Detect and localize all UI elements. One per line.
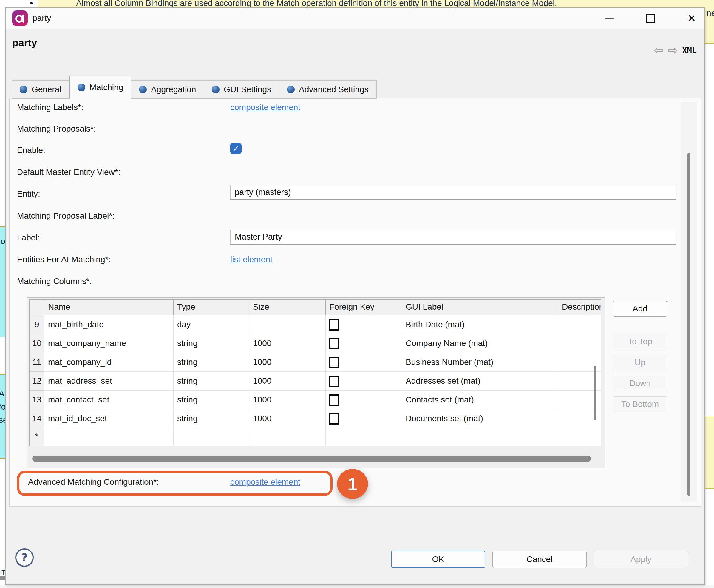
background-note-bar: • Almost all Column Bindings are used ac… <box>0 0 714 8</box>
window-title: party <box>33 8 51 29</box>
cancel-button[interactable]: Cancel <box>492 551 587 568</box>
background-cyan-fragment-2: A fo se <box>0 374 5 459</box>
add-button[interactable]: Add <box>613 301 667 316</box>
page-title: party <box>12 37 37 49</box>
apply-button[interactable]: Apply <box>594 551 688 568</box>
entities-for-ai-matching-link[interactable]: list element <box>230 255 273 264</box>
sphere-icon <box>212 86 219 93</box>
foreign-key-checkbox[interactable] <box>329 357 339 368</box>
table-row[interactable]: 13 mat_contact_set string 1000 Contacts … <box>29 391 601 409</box>
cyan-fragment-line: A <box>0 387 5 400</box>
tab-advanced-settings[interactable]: Advanced Settings <box>279 80 377 99</box>
matching-tab-panel: Matching Labels*: composite element Matc… <box>9 98 701 507</box>
cell-gui-label: Company Name (mat) <box>402 334 558 353</box>
maximize-button[interactable] <box>645 13 655 23</box>
cell-gui-label: Birth Date (mat) <box>402 315 558 334</box>
header-foreign-key: Foreign Key <box>326 299 402 315</box>
tab-label: Advanced Settings <box>299 85 369 94</box>
to-bottom-button[interactable]: To Bottom <box>613 397 667 412</box>
background-bottom-strip <box>0 585 714 588</box>
cell-size <box>249 428 326 446</box>
tab-label: GUI Settings <box>224 85 271 94</box>
header-size: Size <box>249 299 326 315</box>
down-button[interactable]: Down <box>613 376 667 391</box>
cell-gui-label: Contacts set (mat) <box>402 391 558 409</box>
background-gray-bar-fragment <box>0 576 5 580</box>
table-row[interactable]: 14 mat_id_doc_set string 1000 Documents … <box>29 409 601 428</box>
pane-scrollbar-track <box>681 102 697 502</box>
to-top-button[interactable]: To Top <box>613 334 667 349</box>
entity-label: Entity: <box>17 189 40 199</box>
minimize-button[interactable] <box>604 13 614 23</box>
question-icon: ? <box>21 551 28 564</box>
help-button[interactable]: ? <box>15 548 34 567</box>
foreign-key-checkbox[interactable] <box>329 413 339 424</box>
table-new-row[interactable]: * <box>29 428 601 446</box>
tab-aggregation[interactable]: Aggregation <box>131 80 204 99</box>
foreign-key-checkbox[interactable] <box>329 376 339 387</box>
pane-scrollbar-thumb[interactable] <box>688 153 690 496</box>
cell-size <box>249 315 326 334</box>
tab-gui-settings[interactable]: GUI Settings <box>204 80 279 99</box>
check-icon: ✓ <box>233 144 239 153</box>
default-master-entity-view-label: Default Master Entity View*: <box>17 167 121 177</box>
tab-matching[interactable]: Matching <box>69 76 131 99</box>
foreign-key-checkbox[interactable] <box>329 394 339 406</box>
foreign-key-checkbox[interactable] <box>329 338 339 349</box>
background-bottom-fragment: m <box>0 567 5 576</box>
matching-proposals-label: Matching Proposals*: <box>17 124 96 134</box>
tab-label: Matching <box>89 83 124 92</box>
up-button[interactable]: Up <box>613 355 667 370</box>
cell-foreign-key <box>326 428 402 446</box>
forward-arrow-icon[interactable]: ⇨ <box>668 44 678 56</box>
cell-foreign-key <box>326 372 402 391</box>
label-input[interactable] <box>230 230 676 245</box>
cell-size: 1000 <box>249 353 326 372</box>
entities-for-ai-matching-label: Entities For AI Matching*: <box>17 255 111 264</box>
table-row[interactable]: 10 mat_company_name string 1000 Company … <box>29 334 601 353</box>
cell-name <box>44 428 174 446</box>
row-number: 12 <box>29 372 44 391</box>
cell-size: 1000 <box>249 409 326 428</box>
bullet-icon: • <box>30 0 33 8</box>
entity-input[interactable] <box>230 185 676 200</box>
header-type: Type <box>174 299 249 315</box>
cell-type: string <box>174 353 249 372</box>
cell-foreign-key <box>326 353 402 372</box>
cell-foreign-key <box>326 391 402 409</box>
matching-proposal-label-label: Matching Proposal Label*: <box>17 211 114 221</box>
matching-columns-table: Name Type Size Foreign Key GUI Label Des… <box>29 299 601 446</box>
enable-checkbox[interactable]: ✓ <box>230 143 242 154</box>
cell-type: string <box>174 334 249 353</box>
tab-label: Aggregation <box>151 85 196 94</box>
cell-name: mat_company_name <box>44 334 174 353</box>
table-vertical-scrollbar[interactable] <box>594 366 597 420</box>
table-row[interactable]: 12 mat_address_set string 1000 Addresses… <box>29 372 601 391</box>
cell-gui-label: Documents set (mat) <box>402 409 558 428</box>
back-arrow-icon[interactable]: ⇦ <box>654 44 664 56</box>
sphere-icon <box>20 86 27 93</box>
table-horizontal-scrollbar[interactable] <box>32 456 591 462</box>
enable-label: Enable: <box>17 146 45 155</box>
table-row[interactable]: 11 mat_company_id string 1000 Business N… <box>29 353 601 372</box>
advanced-matching-configuration-link[interactable]: composite element <box>230 477 300 487</box>
matching-labels-link[interactable]: composite element <box>230 103 300 112</box>
foreign-key-checkbox[interactable] <box>329 319 339 331</box>
cell-size: 1000 <box>249 334 326 353</box>
note-fragment-text: ne <box>707 8 714 18</box>
tab-general[interactable]: General <box>12 80 69 99</box>
background-note-right-fragment: ne <box>705 0 714 44</box>
matching-columns-table-container: Name Type Size Foreign Key GUI Label Des… <box>27 297 605 468</box>
xml-view-button[interactable]: XML <box>682 46 697 55</box>
table-row[interactable]: 9 mat_birth_date day Birth Date (mat) <box>29 315 601 334</box>
ok-button[interactable]: OK <box>391 551 485 568</box>
cell-name: mat_id_doc_set <box>44 409 174 428</box>
cyan-fragment-line: fo <box>0 400 5 414</box>
matching-columns-label: Matching Columns*: <box>17 276 92 286</box>
cell-type: string <box>174 372 249 391</box>
close-button[interactable]: ✕ <box>687 13 697 23</box>
label-label: Label: <box>17 233 40 243</box>
cell-type: string <box>174 409 249 428</box>
header-description: Description <box>558 299 601 315</box>
cell-foreign-key <box>326 334 402 353</box>
